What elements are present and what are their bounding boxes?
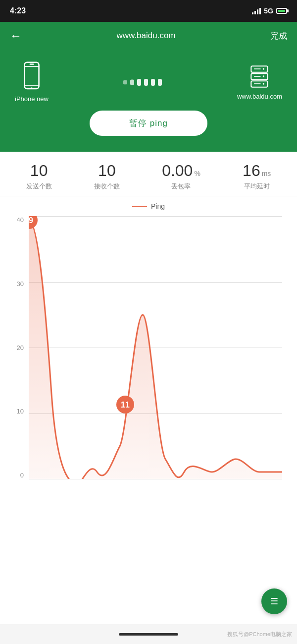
chart-svg: 39 11 (29, 216, 282, 479)
y-label-20: 20 (10, 344, 24, 351)
battery-icon (276, 8, 287, 14)
source-device: iPhone new (15, 61, 49, 103)
stat-received: 10 接收个数 (94, 162, 120, 191)
ping-dot-6 (158, 79, 162, 86)
svg-point-9 (263, 75, 264, 77)
chart-legend: Ping (0, 202, 297, 210)
svg-rect-4 (30, 63, 34, 65)
iphone-icon (19, 61, 44, 91)
green-section: iPhone new www.baidu.com (0, 50, 297, 152)
stat-loss-value: 0.00 % (162, 162, 200, 180)
signal-bar-4 (259, 8, 261, 14)
ping-dot-4 (144, 79, 148, 86)
svg-point-10 (263, 83, 264, 84)
chart-y-labels: 40 30 20 10 0 (10, 216, 24, 489)
y-label-40: 40 (10, 216, 24, 224)
chart-section: Ping 40 30 20 10 0 (0, 196, 297, 499)
legend-line (132, 206, 147, 207)
stat-loss: 0.00 % 丢包率 (162, 162, 200, 191)
y-label-10: 10 (10, 408, 24, 415)
ping-animation (123, 79, 162, 86)
chart-fill (29, 220, 282, 479)
time: 4:23 (10, 6, 26, 15)
ping-dot-3 (137, 79, 141, 86)
bottom-bar: 搜狐号@PChome电脑之家 (0, 624, 297, 644)
target-server-label: www.baidu.com (237, 93, 282, 100)
fab-button[interactable]: ☰ (261, 588, 287, 614)
status-bar: 4:23 5G (0, 0, 297, 22)
done-button[interactable]: 完成 (270, 30, 287, 42)
ping-dot-5 (151, 79, 155, 86)
nav-title: www.baidu.com (116, 31, 175, 41)
pause-ping-button[interactable]: 暂停 ping (90, 111, 207, 136)
grid-line-0 (29, 479, 282, 479)
svg-point-8 (263, 68, 264, 69)
network-type: 5G (264, 7, 273, 15)
data-label-11: 11 (121, 401, 130, 409)
ping-dot-2 (130, 79, 134, 85)
fab-icon: ☰ (270, 596, 278, 607)
stat-latency: 16 ms 平均延时 (243, 162, 271, 191)
stat-loss-label: 丢包率 (171, 182, 191, 191)
stat-latency-value: 16 ms (243, 162, 271, 180)
watermark: 搜狐号@PChome电脑之家 (227, 631, 292, 638)
source-device-label: iPhone new (15, 95, 49, 103)
stat-sent-label: 发送个数 (26, 182, 52, 191)
signal-bar-3 (257, 9, 258, 14)
y-label-0: 0 (10, 471, 24, 479)
device-row: iPhone new www.baidu.com (10, 61, 287, 103)
nav-bar: ← www.baidu.com 完成 (0, 22, 297, 50)
svg-point-3 (31, 87, 32, 89)
chart-container: 40 30 20 10 0 (10, 216, 287, 489)
signal-bar-1 (252, 12, 253, 14)
legend-label: Ping (151, 202, 165, 210)
stat-latency-label: 平均延时 (244, 182, 270, 191)
back-button[interactable]: ← (10, 29, 22, 43)
data-label-39: 39 (29, 216, 33, 225)
stat-received-value: 10 (98, 162, 116, 180)
stat-sent-value: 10 (30, 162, 48, 180)
stat-received-label: 接收个数 (94, 182, 120, 191)
signal-bars (252, 7, 261, 14)
ping-dot-1 (123, 80, 127, 84)
status-right: 5G (252, 7, 287, 15)
signal-bar-2 (254, 11, 256, 14)
target-server: www.baidu.com (237, 64, 282, 100)
stat-sent: 10 发送个数 (26, 162, 52, 191)
home-indicator[interactable] (119, 633, 178, 636)
stats-section: 10 发送个数 10 接收个数 0.00 % 丢包率 16 ms 平均延时 (0, 152, 297, 196)
y-label-30: 30 (10, 280, 24, 288)
chart-plot: 39 11 (29, 216, 282, 479)
server-icon (247, 64, 272, 89)
